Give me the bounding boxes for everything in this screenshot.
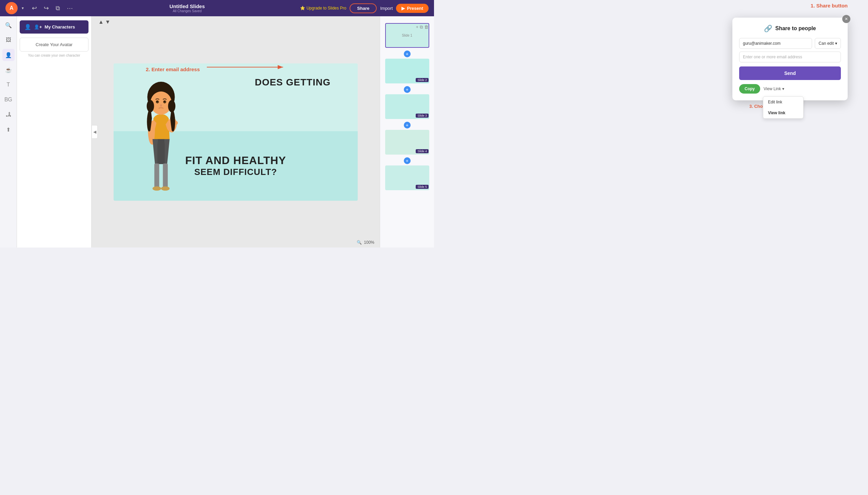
redo-button[interactable]: ↪ [42, 3, 50, 13]
nav-arrows: ▲ ▼ [98, 19, 110, 25]
svg-point-7 [164, 101, 165, 102]
main-layout: 🔍 🖼 👤 ☕ T BG 🏞 ⬆ 👤 👤+ My Characters Crea… [0, 16, 434, 248]
slide-line2: FIT AND HEALTHY [185, 154, 286, 167]
slide-1-actions: + ⧉ 🗑 [416, 24, 429, 30]
text-sidebar-icon[interactable]: T [2, 79, 15, 91]
person-icon: 👤 [24, 24, 31, 30]
icon-sidebar: 🔍 🖼 👤 ☕ T BG 🏞 ⬆ [0, 16, 17, 248]
slides-panel: Slide 1 + ⧉ 🗑 + Slide 2 + Slide 3 + Slid… [380, 16, 434, 248]
svg-point-17 [161, 186, 170, 190]
slide-line1: DOES GETTING [255, 77, 330, 88]
canvas-area: ◀ ▲ ▼ DOES GETTING FIT AND HEALTHY SEEM … [91, 16, 380, 248]
star-icon: ⭐ [300, 6, 305, 11]
slide-5-container: Slide 5 [383, 166, 431, 190]
slide-1-container: Slide 1 + ⧉ 🗑 [383, 23, 431, 48]
slide-3-label: Slide 3 [416, 114, 429, 118]
zoom-in-icon[interactable]: 🔍 [357, 240, 362, 245]
add-after-slide2-button[interactable]: + [404, 86, 411, 93]
doc-subtitle: All Changes Saved [78, 9, 296, 13]
character-sidebar-icon[interactable]: 👤 [2, 49, 15, 61]
topbar-right: ⭐ Upgrade to Slides Pro Share Import ▶ P… [300, 3, 429, 13]
svg-point-16 [153, 186, 161, 190]
add-after-slide4-button[interactable]: + [404, 157, 411, 164]
zoom-bar: 🔍 100% [357, 240, 374, 245]
character-panel: 👤 👤+ My Characters Create Your Avatar Yo… [17, 16, 91, 248]
slide-2-label: Slide 2 [416, 78, 429, 82]
slide-4-container: Slide 4 [383, 130, 431, 155]
coffee-sidebar-icon[interactable]: ☕ [2, 64, 15, 76]
slide-3-container: Slide 3 [383, 94, 431, 119]
play-icon: ▶ [402, 6, 405, 11]
search-sidebar-icon[interactable]: 🔍 [2, 19, 15, 31]
title-area: Untitled Slides All Changes Saved [78, 3, 296, 13]
slide-4-label: Slide 4 [416, 149, 429, 153]
bg-sidebar-icon[interactable]: BG [2, 93, 15, 106]
photo-sidebar-icon[interactable]: 🏞 [2, 108, 15, 121]
slide-copy-icon[interactable]: ⧉ [420, 24, 423, 30]
more-button[interactable]: ⋯ [65, 3, 74, 13]
create-avatar-button[interactable]: Create Your Avatar [20, 38, 88, 52]
copy-button[interactable]: ⧉ [54, 3, 62, 13]
upgrade-button[interactable]: ⭐ Upgrade to Slides Pro [300, 6, 346, 11]
my-characters-button[interactable]: 👤 👤+ My Characters [20, 20, 88, 34]
nav-up-arrow[interactable]: ▲ [98, 19, 104, 25]
svg-point-8 [160, 104, 162, 106]
topbar: A ▾ ↩ ↪ ⧉ ⋯ Untitled Slides All Changes … [0, 0, 434, 16]
zoom-level: 100% [364, 240, 374, 245]
slide-1-preview: Slide 1 [402, 34, 412, 37]
logo-caret[interactable]: ▾ [22, 6, 24, 11]
doc-title: Untitled Slides [78, 3, 296, 9]
app-logo[interactable]: A [5, 2, 18, 14]
slide-delete-icon[interactable]: 🗑 [424, 24, 429, 30]
svg-rect-10 [157, 115, 160, 119]
person-add-icon: 👤+ [34, 24, 42, 30]
upload-sidebar-icon[interactable]: ⬆ [2, 123, 15, 136]
undo-button[interactable]: ↩ [31, 3, 38, 13]
add-after-slide1-button[interactable]: + [404, 51, 411, 57]
svg-rect-11 [163, 115, 166, 119]
slide-2-container: Slide 2 [383, 59, 431, 83]
svg-rect-14 [154, 164, 159, 188]
slide-5-label: Slide 5 [416, 185, 429, 189]
slide-add-icon[interactable]: + [416, 24, 419, 30]
collapse-button[interactable]: ◀ [91, 125, 98, 139]
import-button[interactable]: Import [380, 6, 393, 11]
image-sidebar-icon[interactable]: 🖼 [2, 34, 15, 46]
add-after-slide3-button[interactable]: + [404, 122, 411, 129]
share-button[interactable]: Share [350, 3, 377, 13]
nav-down-arrow[interactable]: ▼ [105, 19, 110, 25]
svg-point-1 [151, 91, 172, 114]
svg-rect-15 [163, 164, 168, 188]
avatar-figure [134, 79, 188, 201]
present-button[interactable]: ▶ Present [396, 4, 429, 13]
create-avatar-subtitle: You can create your own character [20, 54, 88, 57]
slide-canvas: DOES GETTING FIT AND HEALTHY SEEM DIFFIC… [114, 63, 358, 201]
slide-line3: SEEM DIFFICULT? [194, 167, 277, 177]
svg-point-6 [157, 101, 158, 102]
svg-rect-13 [157, 139, 165, 164]
